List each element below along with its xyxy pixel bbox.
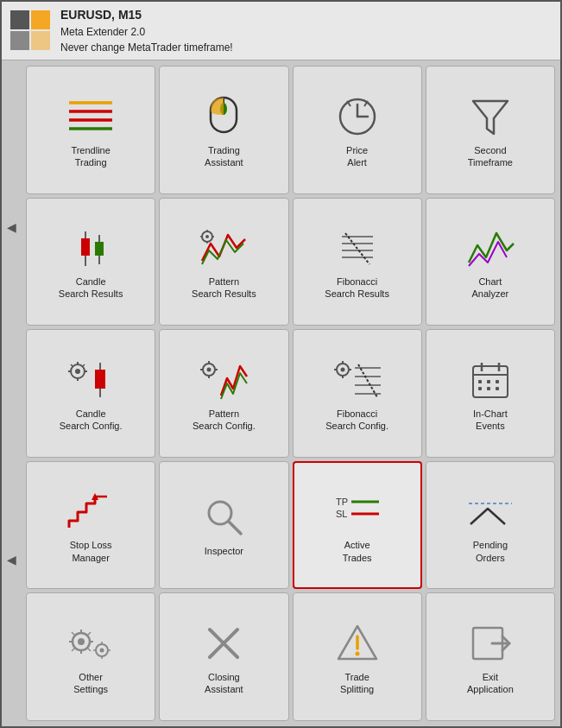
grid-item-price-alert[interactable]: PriceAlert xyxy=(293,66,422,194)
grid-item-trading-assistant[interactable]: TradingAssistant xyxy=(159,66,288,194)
grid-item-pattern-search-results[interactable]: PatternSearch Results xyxy=(159,198,288,326)
trade-splitting-label: TradeSplitting xyxy=(340,671,374,696)
left-arrow-panel: ◀ ◀ xyxy=(2,60,21,726)
grid-item-exit-application[interactable]: ExitApplication xyxy=(426,592,555,721)
stop-loss-manager-icon xyxy=(65,488,117,535)
second-timeframe-icon xyxy=(464,93,516,141)
arrow-up-button[interactable]: ◀ xyxy=(3,214,20,240)
svg-line-84 xyxy=(72,632,75,636)
svg-line-72 xyxy=(229,522,241,534)
price-alert-label: PriceAlert xyxy=(346,144,368,169)
svg-line-87 xyxy=(87,632,91,636)
svg-rect-3 xyxy=(31,31,50,50)
trade-splitting-icon xyxy=(332,620,383,668)
chart-analyzer-label: ChartAnalyzer xyxy=(471,275,508,301)
pending-orders-label: PendingOrders xyxy=(473,539,508,564)
svg-rect-64 xyxy=(487,380,490,383)
app-logo xyxy=(10,10,52,52)
candle-search-results-label: CandleSearch Results xyxy=(59,275,123,301)
grid-item-candle-search-config[interactable]: CandleSearch Config. xyxy=(26,329,155,458)
grid-item-in-chart-events[interactable]: In-ChartEvents xyxy=(426,329,555,458)
exit-application-icon xyxy=(464,620,516,668)
header-bar: EURUSD, M15 Meta Extender 2.0 Never chan… xyxy=(2,2,560,60)
svg-rect-18 xyxy=(81,238,90,256)
svg-rect-68 xyxy=(496,387,499,390)
svg-point-98 xyxy=(355,652,359,656)
header-warning: Never change MetaTrader timeframe! xyxy=(60,40,233,55)
svg-line-31 xyxy=(345,233,369,264)
grid-item-stop-loss-manager[interactable]: Stop LossManager xyxy=(26,461,155,590)
active-trades-label: ActiveTrades xyxy=(343,539,372,564)
fibonacci-search-results-icon xyxy=(332,225,383,272)
svg-point-33 xyxy=(75,369,80,374)
svg-point-43 xyxy=(207,368,212,372)
grid-item-other-settings[interactable]: OtherSettings xyxy=(26,592,155,721)
svg-rect-41 xyxy=(95,370,105,389)
grid-item-second-timeframe[interactable]: SecondTimeframe xyxy=(426,66,555,194)
stop-loss-manager-label: Stop LossManager xyxy=(70,539,112,564)
svg-rect-20 xyxy=(95,242,104,256)
svg-line-86 xyxy=(72,648,75,651)
grid-item-inspector[interactable]: Inspector xyxy=(159,461,288,590)
candle-search-config-label: CandleSearch Config. xyxy=(60,408,123,433)
svg-rect-0 xyxy=(10,10,29,29)
svg-rect-63 xyxy=(478,380,482,383)
chart-analyzer-icon xyxy=(464,225,516,272)
grid-item-candle-search-results[interactable]: CandleSearch Results xyxy=(26,198,155,326)
svg-point-49 xyxy=(340,368,344,372)
trading-assistant-label: TradingAssistant xyxy=(205,144,243,169)
svg-line-39 xyxy=(82,364,85,367)
inspector-icon xyxy=(198,494,249,541)
other-settings-icon xyxy=(65,620,117,668)
candle-search-results-icon xyxy=(65,225,117,272)
svg-rect-66 xyxy=(478,387,482,390)
main-window: EURUSD, M15 Meta Extender 2.0 Never chan… xyxy=(0,0,562,728)
svg-point-79 xyxy=(78,638,85,645)
other-settings-label: OtherSettings xyxy=(73,671,108,696)
grid-item-trendline-trading[interactable]: TrendlineTrading xyxy=(26,66,155,194)
pattern-search-results-icon xyxy=(198,225,249,272)
grid-item-fibonacci-search-config[interactable]: FibonacciSearch Config. xyxy=(293,329,422,458)
grid-item-pattern-search-config[interactable]: PatternSearch Config. xyxy=(159,329,288,458)
trading-assistant-icon xyxy=(198,93,249,141)
svg-rect-65 xyxy=(496,380,499,383)
body-area: ◀ ◀ TrendlineTrading xyxy=(2,60,560,726)
pattern-search-config-icon xyxy=(198,357,249,404)
fibonacci-search-results-label: FibonacciSearch Results xyxy=(325,275,389,301)
svg-text:TP: TP xyxy=(336,497,348,507)
svg-point-22 xyxy=(205,235,209,238)
price-alert-icon xyxy=(332,93,383,141)
exit-application-label: ExitApplication xyxy=(467,671,514,696)
svg-rect-2 xyxy=(10,31,29,50)
trendline-trading-icon xyxy=(65,93,117,141)
header-pair: EURUSD, M15 xyxy=(60,6,233,24)
svg-marker-16 xyxy=(473,101,508,134)
second-timeframe-label: SecondTimeframe xyxy=(468,144,513,169)
closing-assistant-icon xyxy=(198,620,249,668)
grid-item-closing-assistant[interactable]: ClosingAssistant xyxy=(159,592,288,721)
grid-item-chart-analyzer[interactable]: ChartAnalyzer xyxy=(426,198,555,326)
svg-line-58 xyxy=(358,364,377,397)
grid-item-active-trades[interactable]: TP SL ActiveTrades xyxy=(293,461,422,590)
svg-text:SL: SL xyxy=(336,509,347,519)
fibonacci-search-config-icon xyxy=(332,357,383,404)
arrow-down-button[interactable]: ◀ xyxy=(3,547,20,573)
svg-point-89 xyxy=(100,649,104,653)
active-trades-icon: TP SL xyxy=(332,488,383,535)
in-chart-events-icon xyxy=(464,357,516,404)
in-chart-events-label: In-ChartEvents xyxy=(473,408,508,433)
fibonacci-search-config-label: FibonacciSearch Config. xyxy=(325,408,388,433)
inspector-label: Inspector xyxy=(205,545,243,557)
candle-search-config-icon xyxy=(65,357,117,404)
header-text-block: EURUSD, M15 Meta Extender 2.0 Never chan… xyxy=(60,6,233,55)
svg-line-38 xyxy=(71,364,73,367)
svg-line-85 xyxy=(87,648,91,651)
svg-rect-67 xyxy=(487,387,490,390)
grid-item-trade-splitting[interactable]: TradeSplitting xyxy=(293,592,422,721)
grid-item-pending-orders[interactable]: PendingOrders xyxy=(426,461,555,590)
closing-assistant-label: ClosingAssistant xyxy=(205,671,243,696)
trendline-trading-label: TrendlineTrading xyxy=(71,144,110,169)
grid-item-fibonacci-search-results[interactable]: FibonacciSearch Results xyxy=(293,198,422,326)
svg-rect-1 xyxy=(31,10,50,29)
pattern-search-config-label: PatternSearch Config. xyxy=(193,408,256,433)
